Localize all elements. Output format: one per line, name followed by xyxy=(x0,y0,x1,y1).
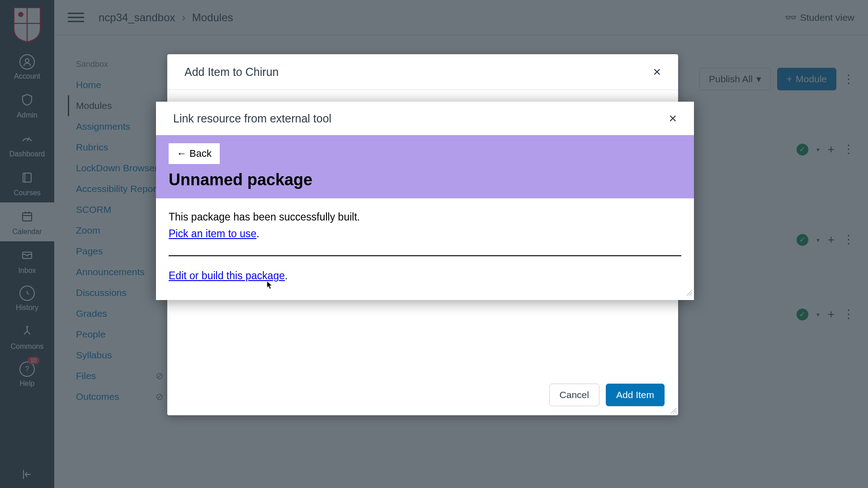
resize-handle[interactable] xyxy=(670,407,676,413)
add-item-button[interactable]: Add Item xyxy=(606,384,665,406)
period: . xyxy=(256,228,259,239)
pick-line: Pick an item to use. xyxy=(169,228,681,240)
package-header: ← Back Unnamed package xyxy=(156,135,694,198)
modal-footer: Cancel Add Item xyxy=(167,375,678,415)
pick-item-link[interactable]: Pick an item to use xyxy=(169,228,256,239)
back-button[interactable]: ← Back xyxy=(169,143,220,164)
modal-title: Link resource from external tool xyxy=(173,112,331,125)
period: . xyxy=(285,270,288,282)
close-button[interactable]: × xyxy=(669,112,677,125)
success-message: This package has been successfully built… xyxy=(169,211,681,223)
edit-line: Edit or build this package. xyxy=(169,270,681,282)
divider xyxy=(169,255,681,256)
resize-handle[interactable] xyxy=(686,286,692,298)
cancel-button[interactable]: Cancel xyxy=(549,384,599,406)
close-button[interactable]: × xyxy=(653,65,661,79)
modal-header: Add Item to Chirun × xyxy=(167,54,678,90)
modal-header: Link resource from external tool × xyxy=(156,102,694,135)
modal-title: Add Item to Chirun xyxy=(184,66,278,79)
modal-body: This package has been successfully built… xyxy=(156,198,694,300)
package-title: Unnamed package xyxy=(169,170,681,189)
edit-package-link[interactable]: Edit or build this package xyxy=(169,270,285,282)
link-resource-modal: Link resource from external tool × ← Bac… xyxy=(156,102,694,300)
